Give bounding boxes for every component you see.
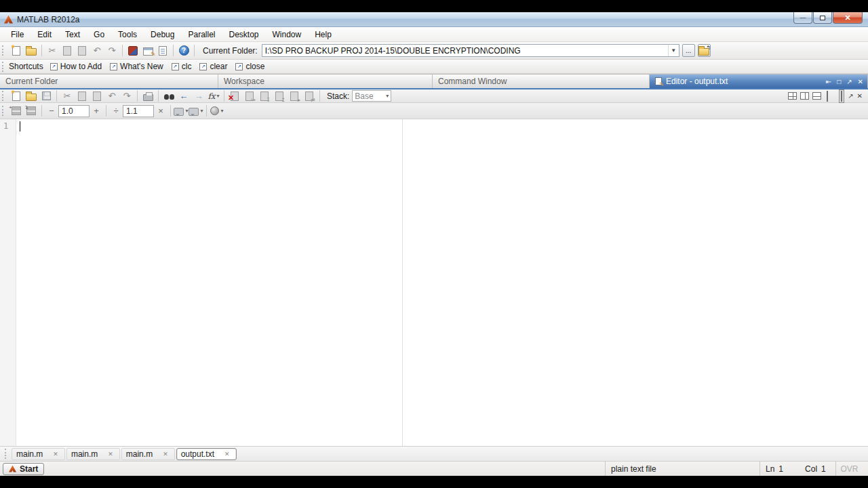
doc-tab-main-3[interactable]: main.m✕ xyxy=(121,448,175,460)
close-tab-icon[interactable]: ✕ xyxy=(222,450,232,458)
value-field-1[interactable] xyxy=(58,105,90,117)
clear-breakpoints-button[interactable]: ✕ xyxy=(227,89,242,103)
go-forward-button[interactable]: → xyxy=(191,89,206,103)
new-file-button[interactable] xyxy=(9,43,24,58)
publish-button[interactable]: ▾ xyxy=(210,104,224,118)
minimize-button[interactable]: — xyxy=(793,12,812,24)
undock-icon[interactable]: ↗ xyxy=(846,78,852,85)
open-file-button[interactable] xyxy=(24,43,39,58)
dock-icon[interactable]: ⇤ xyxy=(826,78,831,85)
editor-save-button[interactable] xyxy=(39,89,54,103)
shortcut-close[interactable]: ↗close xyxy=(235,62,264,71)
find-button[interactable] xyxy=(161,89,176,103)
cell-divider-icon: + xyxy=(12,106,21,115)
split-vertical-icon[interactable] xyxy=(800,92,809,100)
browse-folder-button[interactable]: ... xyxy=(682,44,695,57)
separator xyxy=(158,90,159,102)
editor-area[interactable]: 1 xyxy=(0,119,868,446)
shortcut-whats-new[interactable]: ↗What's New xyxy=(110,62,163,71)
editor-undo-button[interactable]: ↶ xyxy=(104,89,119,103)
profiler-button[interactable] xyxy=(155,43,170,58)
editor-redo-button[interactable]: ↷ xyxy=(119,89,134,103)
maximize-icon[interactable]: □ xyxy=(837,78,841,85)
start-button[interactable]: Start xyxy=(3,463,44,475)
increase-value-button[interactable]: + xyxy=(90,104,103,118)
cut-button[interactable]: ✂ xyxy=(45,43,60,58)
menu-window[interactable]: Window xyxy=(266,28,309,41)
toolbar-grip[interactable] xyxy=(2,62,5,72)
folder-up-button[interactable]: ↰ xyxy=(698,44,711,57)
value-field-2[interactable] xyxy=(123,105,154,117)
stack-select[interactable]: Base ▾ xyxy=(352,90,391,102)
menu-help[interactable]: Help xyxy=(308,28,338,41)
comment-button[interactable]: ▾ xyxy=(174,104,189,118)
combo-dropdown-button[interactable]: ▼ xyxy=(668,45,679,56)
tab-current-folder[interactable]: Current Folder xyxy=(0,75,218,88)
close-tab-icon[interactable]: ✕ xyxy=(161,450,170,458)
undo-button[interactable]: ↶ xyxy=(90,43,104,58)
toolbar-grip[interactable] xyxy=(2,106,5,116)
menu-debug[interactable]: Debug xyxy=(144,28,181,41)
single-window-selected[interactable] xyxy=(839,89,844,103)
simulink-button[interactable] xyxy=(125,43,140,58)
tab-editor[interactable]: Editor - output.txt ⇤ □ ↗ ✕ xyxy=(650,75,868,88)
editor-open-button[interactable] xyxy=(24,89,39,103)
exit-debug-button[interactable]: ⇄ xyxy=(302,89,317,103)
split-horizontal-icon[interactable] xyxy=(812,92,821,100)
redo-button[interactable]: ↷ xyxy=(104,43,119,58)
restore-button[interactable] xyxy=(813,12,832,24)
help-button[interactable]: ? xyxy=(176,43,191,58)
shortcut-clc[interactable]: ↗clc xyxy=(172,62,192,71)
run-button[interactable]: ▸ xyxy=(287,89,302,103)
print-button[interactable] xyxy=(140,89,155,103)
doc-tab-main-1[interactable]: main.m✕ xyxy=(12,448,65,460)
menu-bar: File Edit Text Go Tools Debug Parallel D… xyxy=(0,27,868,42)
close-tab-icon[interactable]: ✕ xyxy=(106,450,115,458)
current-folder-input[interactable] xyxy=(262,46,668,56)
toolbar-grip[interactable] xyxy=(2,45,5,56)
step-out-button[interactable]: ↥ xyxy=(272,89,287,103)
cursor-position-status: Ln 1 Col 1 xyxy=(760,462,835,476)
close-tab-icon[interactable]: ✕ xyxy=(51,450,60,458)
menu-desktop[interactable]: Desktop xyxy=(222,28,265,41)
menu-tools[interactable]: Tools xyxy=(111,28,144,41)
decrease-value-button[interactable]: − xyxy=(45,104,58,118)
function-browser-button[interactable]: fx▾ xyxy=(206,89,221,103)
multiply-value-button[interactable]: × xyxy=(154,104,167,118)
go-back-button[interactable]: ← xyxy=(176,89,191,103)
editor-paste-button[interactable] xyxy=(90,89,104,103)
menu-go[interactable]: Go xyxy=(87,28,111,41)
menu-parallel[interactable]: Parallel xyxy=(181,28,222,41)
toolbar-grip[interactable] xyxy=(5,449,8,459)
copy-button[interactable] xyxy=(60,43,75,58)
insert-cell-divider-button[interactable]: + xyxy=(9,104,24,118)
menu-edit[interactable]: Edit xyxy=(31,28,58,41)
step-button[interactable]: ↪ xyxy=(242,89,257,103)
editor-cut-button[interactable]: ✂ xyxy=(60,89,75,103)
guide-button[interactable]: ✎ xyxy=(140,43,155,58)
close-panel-icon[interactable]: ✕ xyxy=(858,78,863,85)
next-cell-button[interactable]: ↴ xyxy=(24,104,39,118)
menu-file[interactable]: File xyxy=(4,28,31,41)
undock-icon[interactable]: ↗ xyxy=(848,92,853,100)
tab-command-window[interactable]: Command Window xyxy=(433,75,650,88)
doc-tab-main-2[interactable]: main.m✕ xyxy=(66,448,120,460)
doc-tab-output[interactable]: output.txt✕ xyxy=(176,448,237,460)
tab-workspace[interactable]: Workspace xyxy=(218,75,433,88)
step-in-button[interactable]: ↧ xyxy=(257,89,272,103)
uncomment-button[interactable]: ▾ xyxy=(189,104,203,118)
divide-value-button[interactable]: ÷ xyxy=(109,104,123,118)
editor-new-button[interactable] xyxy=(9,89,24,103)
menu-text[interactable]: Text xyxy=(58,28,87,41)
shortcut-how-to-add[interactable]: ↗How to Add xyxy=(50,62,102,71)
paste-button[interactable] xyxy=(75,43,90,58)
shortcut-clear[interactable]: ↗clear xyxy=(199,62,227,71)
editor-copy-button[interactable] xyxy=(75,89,90,103)
float-windows-icon[interactable] xyxy=(825,92,835,101)
close-button[interactable]: ✕ xyxy=(833,12,863,24)
stack-value: Base xyxy=(355,92,373,101)
split-grid-icon[interactable] xyxy=(788,92,797,100)
close-icon[interactable]: ✕ xyxy=(857,92,863,100)
chevron-down-icon: ▼ xyxy=(671,47,676,54)
toolbar-grip[interactable] xyxy=(2,91,5,101)
